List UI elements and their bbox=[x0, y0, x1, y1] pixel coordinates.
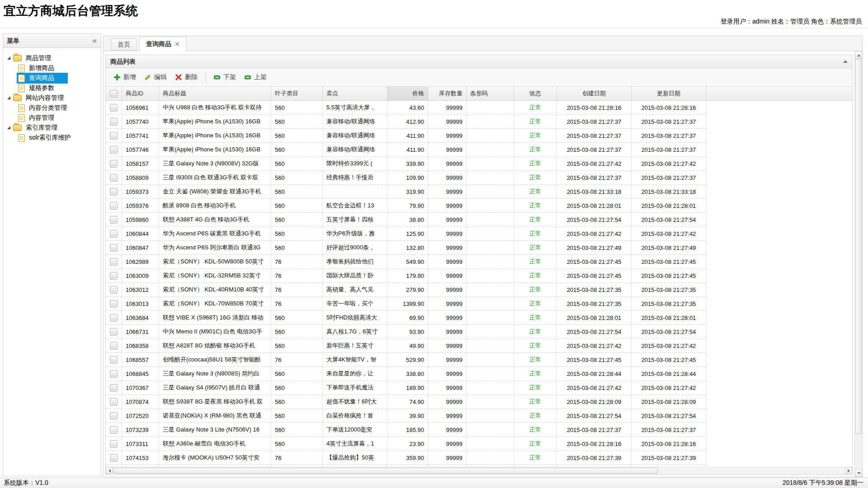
scroll-up-icon[interactable] bbox=[855, 51, 862, 59]
close-icon[interactable] bbox=[175, 42, 179, 47]
table-row[interactable]: 1072520诺基亚(NOKIA) X (RM-980) 黑色 联通560白菜价… bbox=[106, 409, 706, 423]
row-checkbox[interactable] bbox=[110, 370, 118, 378]
expander-icon[interactable] bbox=[7, 56, 10, 60]
table-row[interactable]: 1056961中兴 U968 白色 移动3G手机 双卡双待5605.5英寸高清大… bbox=[106, 101, 706, 115]
off-shelf-button[interactable]: 下架 bbox=[209, 71, 240, 83]
row-checkbox[interactable] bbox=[110, 412, 118, 420]
row-checkbox[interactable] bbox=[110, 328, 118, 336]
tree-node[interactable]: solr索引库维护 bbox=[17, 132, 85, 143]
tree-node[interactable]: 网站内容管理 bbox=[12, 93, 77, 103]
column-header-updated[interactable]: 更新日期 bbox=[632, 87, 706, 100]
table-row[interactable]: 1063012索尼（SONY） KDL-40RM10B 40英寸76高销量、高人… bbox=[106, 283, 706, 297]
delete-button[interactable]: 删除 bbox=[171, 71, 202, 83]
row-checkbox[interactable] bbox=[110, 160, 118, 168]
file-icon bbox=[18, 84, 25, 92]
on-shelf-button[interactable]: 上架 bbox=[240, 71, 271, 83]
row-checkbox[interactable] bbox=[110, 384, 118, 392]
table-row[interactable]: 1068358联想 A828T 8G 炫酷银 移动3G手机560新年巨惠！五英寸… bbox=[106, 339, 706, 353]
row-checkbox[interactable] bbox=[110, 356, 118, 364]
table-row[interactable]: 1073239三星 Galaxy Note 3 Lite (N7506V) 16… bbox=[106, 423, 706, 437]
row-checkbox[interactable] bbox=[110, 202, 118, 210]
horizontal-scrollbar-thumb[interactable] bbox=[113, 468, 658, 474]
table-row[interactable]: 1063009索尼（SONY） KDL-32RM5B 32英寸76国际大牌品质！… bbox=[106, 269, 706, 283]
row-checkbox[interactable] bbox=[110, 300, 118, 308]
row-checkbox[interactable] bbox=[110, 286, 118, 294]
tree-node[interactable]: 查询商品 bbox=[17, 73, 68, 84]
row-checkbox[interactable] bbox=[110, 272, 118, 280]
scroll-right-icon[interactable] bbox=[845, 467, 852, 474]
column-header-category[interactable]: 叶子类目 bbox=[271, 87, 323, 100]
row-checkbox[interactable] bbox=[110, 230, 118, 238]
column-header-status[interactable]: 状态 bbox=[514, 87, 557, 100]
add-button[interactable]: 新增 bbox=[109, 71, 140, 83]
row-checkbox[interactable] bbox=[110, 342, 118, 350]
column-header-price[interactable]: 价格 bbox=[387, 87, 428, 100]
table-row[interactable]: 1057741苹果(Apple) iPhone 5s (A1530) 16GB5… bbox=[106, 129, 706, 143]
table-row[interactable]: 1070367三星 Galaxy S4 (I9507V) 皓月白 联通560下单… bbox=[106, 381, 706, 395]
tree-node[interactable]: 索引库管理 bbox=[12, 122, 71, 133]
table-row[interactable]: 1068845三星 Galaxy Note 3 (N9008S) 简约白560来… bbox=[106, 367, 706, 381]
column-header-title[interactable]: 商品标题 bbox=[159, 87, 271, 100]
row-checkbox[interactable] bbox=[110, 118, 118, 126]
tree-node[interactable]: 规格参数 bbox=[17, 83, 68, 94]
row-checkbox[interactable] bbox=[110, 174, 118, 182]
tab-query-products[interactable]: 查询商品 bbox=[139, 37, 186, 51]
table-row[interactable]: 1058809三星 I9300I 白色 联通3G手机 双卡双560经典特惠！手慢… bbox=[106, 171, 706, 185]
tab-home[interactable]: 首页 bbox=[111, 38, 137, 51]
tree-node[interactable]: 内容管理 bbox=[17, 113, 68, 123]
table-row[interactable]: 1063684联想 VIBE X (S968T) 16G 清新白 移动5605吋… bbox=[106, 311, 706, 325]
select-all-checkbox[interactable] bbox=[110, 90, 118, 98]
table-row[interactable]: 1058157三星 Galaxy Note 3 (N9008V) 32G版560… bbox=[106, 157, 706, 171]
column-header-id[interactable]: 商品ID bbox=[122, 87, 159, 100]
table-row[interactable]: 1057740苹果(Apple) iPhone 5s (A1530) 16GB5… bbox=[106, 115, 706, 129]
row-checkbox[interactable] bbox=[110, 398, 118, 406]
cell-id: 1068845 bbox=[122, 367, 159, 380]
collapse-sidebar-icon[interactable]: « bbox=[93, 34, 97, 47]
column-header-barcode[interactable]: 条形码 bbox=[467, 87, 514, 100]
row-checkbox[interactable] bbox=[110, 216, 118, 224]
table-row[interactable]: 1060844华为 Ascend P6S 碳素黑 联通3G手机560华为P6升级… bbox=[106, 227, 706, 241]
table-row[interactable]: 1062989索尼（SONY） KDL-50W800B 50英寸76孝敬爸妈就给… bbox=[106, 255, 706, 269]
vertical-scrollbar-thumb[interactable] bbox=[855, 59, 862, 434]
table-row[interactable]: 1063013索尼（SONY） KDL-70W850B 70英寸76辛苦一年啦，… bbox=[106, 297, 706, 311]
row-checkbox[interactable] bbox=[110, 454, 118, 462]
row-checkbox[interactable] bbox=[110, 258, 118, 266]
table-row[interactable]: 1059376酷派 8908 白色 移动3G手机560航空合金边框！1379.9… bbox=[106, 199, 706, 213]
table-row[interactable]: 1060847华为 Ascend P6S 阿尔卑斯白 联通3G560好评超过90… bbox=[106, 241, 706, 255]
cell-price: 319.90 bbox=[387, 185, 428, 198]
cell-price: 109.90 bbox=[387, 171, 428, 184]
vertical-scrollbar[interactable] bbox=[854, 51, 862, 477]
expander-icon[interactable] bbox=[7, 126, 10, 129]
cell-updated: 2015-03-08 21:27:37 bbox=[632, 115, 706, 128]
row-checkbox[interactable] bbox=[110, 188, 118, 196]
row-checkbox[interactable] bbox=[110, 440, 118, 448]
row-checkbox[interactable] bbox=[110, 104, 118, 112]
column-header-sell_point[interactable]: 卖点 bbox=[323, 87, 387, 100]
row-checkbox[interactable] bbox=[110, 314, 118, 322]
tree-node[interactable]: 商品管理 bbox=[12, 53, 65, 64]
table-row[interactable]: 1070874联想 S938T 8G 星夜黑 移动3G手机 双560超值不犹豫！… bbox=[106, 395, 706, 409]
table-row[interactable]: 1057746苹果(Apple) iPhone 5s (A1530) 16GB5… bbox=[106, 143, 706, 157]
row-checkbox[interactable] bbox=[110, 426, 118, 434]
tree-node[interactable]: 新增商品 bbox=[17, 63, 68, 74]
row-checkbox[interactable] bbox=[110, 146, 118, 154]
table-row[interactable]: 1073311联想 A360e 融雪白 电信3G手机5604英寸主流屏幕，123… bbox=[106, 437, 706, 451]
row-checkbox[interactable] bbox=[110, 132, 118, 140]
column-header-created[interactable]: 创建日期 bbox=[557, 87, 632, 100]
table-row[interactable]: 1068557创维酷开(coocaa)58U1 58英寸智能酷76大屏4K智能T… bbox=[106, 353, 706, 367]
scroll-left-icon[interactable] bbox=[106, 467, 113, 474]
horizontal-scrollbar[interactable] bbox=[106, 467, 852, 474]
scroll-down-icon[interactable] bbox=[855, 469, 862, 477]
tree-item-row: 查询商品 bbox=[6, 73, 101, 83]
table-row[interactable]: 1074153海尔模卡 (MOOKA) U50H7 50英寸安76【爆品抢购】5… bbox=[106, 451, 706, 465]
collapse-panel-icon[interactable] bbox=[843, 60, 848, 63]
row-checkbox[interactable] bbox=[110, 244, 118, 252]
expander-icon[interactable] bbox=[7, 96, 10, 99]
table-row[interactable]: 1059860联想 A388T 4G 白色 移动3G手机560五英寸屏幕！四核3… bbox=[106, 213, 706, 227]
cell-category: 560 bbox=[271, 199, 323, 212]
column-header-stock[interactable]: 库存数量 bbox=[428, 87, 467, 100]
table-row[interactable]: 1066731中兴 Memo II (M901C) 白色 电信3G手560真八核… bbox=[106, 325, 706, 339]
tree-node[interactable]: 内容分类管理 bbox=[17, 103, 80, 113]
table-row[interactable]: 1059373金立 天鉴 (W808) 荣耀金 联通3G手机560319.909… bbox=[106, 185, 706, 199]
edit-button[interactable]: 编辑 bbox=[140, 71, 171, 83]
